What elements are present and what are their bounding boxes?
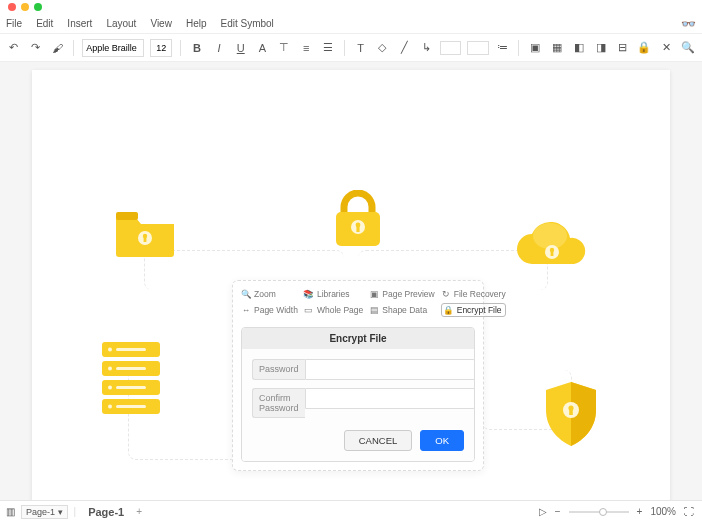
svg-point-8 — [533, 223, 567, 249]
zoom-icon: 🔍 — [241, 289, 251, 299]
password-input[interactable] — [305, 359, 475, 380]
search-icon[interactable]: 🔍 — [680, 39, 696, 57]
send-back-icon[interactable]: ◨ — [593, 39, 609, 57]
zoom-label: 100% — [650, 506, 676, 517]
shield-icon — [542, 380, 600, 448]
svg-rect-11 — [551, 251, 554, 256]
maximize-window-icon[interactable] — [34, 3, 42, 11]
glasses-icon[interactable]: 👓 — [681, 17, 696, 31]
svg-rect-7 — [356, 226, 359, 232]
underline-icon[interactable]: U — [233, 39, 249, 57]
panel-page-preview[interactable]: ▣Page Preview — [369, 289, 434, 299]
page-select-dropdown[interactable]: Page-1 ▾ — [21, 505, 68, 519]
italic-icon[interactable]: I — [211, 39, 227, 57]
svg-rect-19 — [116, 367, 146, 370]
presentation-icon[interactable]: ▷ — [539, 506, 547, 517]
password-label: Password — [252, 359, 305, 380]
whole-page-icon: ▭ — [304, 305, 314, 315]
settings-icon[interactable]: ✕ — [658, 39, 674, 57]
page-width-icon: ↔ — [241, 305, 251, 315]
traffic-lights — [8, 3, 42, 11]
zoom-in-button[interactable]: + — [637, 506, 643, 517]
svg-point-18 — [108, 367, 112, 371]
menu-file[interactable]: File — [6, 18, 22, 29]
menu-edit[interactable]: Edit — [36, 18, 53, 29]
svg-rect-17 — [116, 348, 146, 351]
text-tool-icon[interactable]: T — [353, 39, 369, 57]
canvas-area: 🔍Zoom 📚Libraries ▣Page Preview ↻File Rec… — [0, 62, 702, 500]
encrypt-file-dialog: Encrypt File Password Confirm Password C… — [241, 327, 475, 462]
toolbar: ↶ ↷ 🖌 B I U A ⊤ ≡ ☰ T ◇ ╱ ↳ ≔ ▣ ▦ ◧ ◨ ⊟ … — [0, 34, 702, 62]
undo-icon[interactable]: ↶ — [6, 39, 22, 57]
dialog-title: Encrypt File — [242, 328, 474, 349]
fullscreen-icon[interactable]: ⛶ — [684, 506, 694, 517]
font-color-icon[interactable]: A — [255, 39, 271, 57]
svg-rect-3 — [144, 237, 147, 242]
ok-button[interactable]: OK — [420, 430, 464, 451]
panel-shape-data[interactable]: ▤Shape Data — [369, 303, 434, 317]
menubar: File Edit Insert Layout View Help Edit S… — [0, 14, 702, 34]
window-titlebar — [0, 0, 702, 14]
bold-icon[interactable]: B — [189, 39, 205, 57]
align-icon[interactable]: ≡ — [298, 39, 314, 57]
confirm-password-label: Confirm Password — [252, 388, 305, 418]
pages-panel-icon[interactable]: ▥ — [6, 506, 15, 517]
bring-front-icon[interactable]: ◧ — [571, 39, 587, 57]
svg-point-20 — [108, 386, 112, 390]
font-size-select[interactable] — [150, 39, 172, 57]
insert-image-icon[interactable]: ▣ — [527, 39, 543, 57]
line-icon[interactable]: ╱ — [396, 39, 412, 57]
view-options-panel: 🔍Zoom 📚Libraries ▣Page Preview ↻File Rec… — [232, 280, 484, 471]
svg-point-16 — [108, 348, 112, 352]
svg-rect-23 — [116, 405, 146, 408]
svg-point-22 — [108, 405, 112, 409]
libraries-icon: 📚 — [304, 289, 314, 299]
group-icon[interactable]: ⊟ — [615, 39, 631, 57]
panel-zoom[interactable]: 🔍Zoom — [241, 289, 298, 299]
font-select[interactable] — [82, 39, 144, 57]
minimize-window-icon[interactable] — [21, 3, 29, 11]
menu-edit-symbol[interactable]: Edit Symbol — [220, 18, 273, 29]
server-icon — [100, 340, 162, 418]
panel-libraries[interactable]: 📚Libraries — [304, 289, 363, 299]
add-page-button[interactable]: + — [136, 506, 142, 517]
menu-view[interactable]: View — [150, 18, 172, 29]
zoom-out-button[interactable]: − — [555, 506, 561, 517]
fill-color-swatch[interactable] — [440, 41, 461, 55]
folder-icon — [114, 210, 176, 258]
confirm-password-input[interactable] — [305, 388, 475, 409]
insert-table-icon[interactable]: ▦ — [549, 39, 565, 57]
cancel-button[interactable]: CANCEL — [344, 430, 413, 451]
statusbar: ▥ Page-1 ▾ | Page-1 + ▷ − + 100% ⛶ — [0, 500, 702, 522]
encrypt-icon: 🔒 — [444, 305, 454, 315]
page-tab[interactable]: Page-1 — [82, 506, 130, 518]
page-canvas[interactable]: 🔍Zoom 📚Libraries ▣Page Preview ↻File Rec… — [32, 70, 670, 500]
file-recovery-icon: ↻ — [441, 289, 451, 299]
panel-page-width[interactable]: ↔Page Width — [241, 303, 298, 317]
list-icon[interactable]: ☰ — [320, 39, 336, 57]
svg-rect-21 — [116, 386, 146, 389]
svg-rect-26 — [569, 409, 573, 415]
menu-layout[interactable]: Layout — [106, 18, 136, 29]
lock-icon — [332, 190, 384, 250]
panel-file-recovery[interactable]: ↻File Recovery — [441, 289, 506, 299]
shape-data-icon: ▤ — [369, 305, 379, 315]
lock-tool-icon[interactable]: 🔒 — [636, 39, 652, 57]
connector-icon[interactable]: ↳ — [418, 39, 434, 57]
zoom-slider[interactable] — [569, 511, 629, 513]
menu-insert[interactable]: Insert — [67, 18, 92, 29]
svg-rect-0 — [116, 212, 138, 220]
line-color-swatch[interactable] — [467, 41, 488, 55]
close-window-icon[interactable] — [8, 3, 16, 11]
cloud-icon — [512, 220, 590, 272]
panel-whole-page[interactable]: ▭Whole Page — [304, 303, 363, 317]
format-painter-icon[interactable]: 🖌 — [50, 39, 66, 57]
panel-encrypt-file[interactable]: 🔒Encrypt File — [441, 303, 506, 317]
fill-icon[interactable]: ◇ — [375, 39, 391, 57]
menu-help[interactable]: Help — [186, 18, 207, 29]
line-style-icon[interactable]: ≔ — [495, 39, 511, 57]
page-preview-icon: ▣ — [369, 289, 379, 299]
text-size-icon[interactable]: ⊤ — [276, 39, 292, 57]
redo-icon[interactable]: ↷ — [28, 39, 44, 57]
